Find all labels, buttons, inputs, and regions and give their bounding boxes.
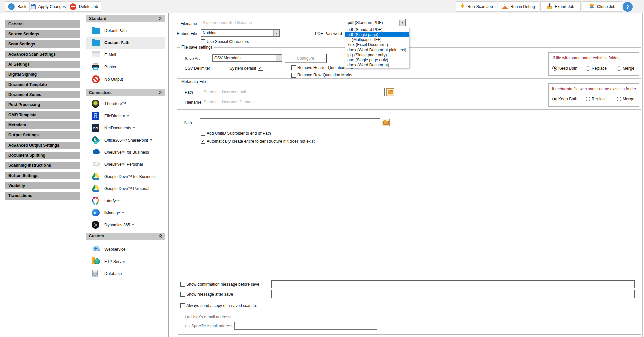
nav-visibility[interactable]: Visibility xyxy=(5,182,80,189)
remove-row-quotation-label[interactable]: Remove Row Quotation Marks xyxy=(297,73,352,78)
delimiter-value-box[interactable]: , xyxy=(266,64,278,72)
metadata-filename-input[interactable] xyxy=(202,98,393,106)
use-special-characters-checkbox[interactable] xyxy=(201,39,205,44)
nav-advanced-scan-settings[interactable]: Advanced Scan Settings xyxy=(5,51,80,58)
nav-scanning-instructions[interactable]: Scanning Instructions xyxy=(5,162,80,169)
nav-document-splitting[interactable]: Document Splitting xyxy=(5,152,80,159)
nav-digital-signing[interactable]: Digital Signing xyxy=(5,71,80,78)
nav-omr-template[interactable]: OMR Template xyxy=(5,111,80,119)
always-send-copy-label[interactable]: Always send a copy of a saved scan to: xyxy=(186,303,257,308)
add-unitid-label[interactable]: Add UnitID Subfolder to end of Path xyxy=(207,131,271,136)
nav-general[interactable]: General xyxy=(5,20,80,28)
file-exists-keep-both-radio[interactable] xyxy=(552,66,557,71)
nav-scan-settings[interactable]: Scan Settings xyxy=(5,40,80,48)
users-email-radio[interactable] xyxy=(185,315,190,319)
output-item-email[interactable]: E-Mail xyxy=(86,49,165,61)
help-button[interactable]: ? xyxy=(623,2,633,12)
nav-metadata[interactable]: Metadata xyxy=(5,121,80,129)
file-format-combo[interactable]: .pdf (Standard PDF) ▾ xyxy=(345,19,406,26)
nav-ai-settings[interactable]: AI Settings xyxy=(5,61,80,68)
output-item-database[interactable]: Database xyxy=(86,268,165,279)
metadata-path-input[interactable] xyxy=(202,88,385,96)
filename-input[interactable] xyxy=(201,19,343,26)
specific-email-input[interactable] xyxy=(234,322,377,330)
format-option[interactable]: .jpg (Single page only) xyxy=(345,53,409,58)
nav-document-template[interactable]: Document Template xyxy=(5,81,80,88)
nav-translations[interactable]: Translations xyxy=(5,192,80,200)
run-in-debug-button[interactable]: Run in Debug xyxy=(498,1,539,12)
delete-job-button[interactable]: Delete Job xyxy=(67,1,101,12)
output-item-imanage[interactable]: m iManage™ xyxy=(86,207,165,219)
after-save-message-input[interactable] xyxy=(271,290,635,298)
nav-document-zones[interactable]: Document Zones xyxy=(5,91,80,98)
nav-source-settings[interactable]: Source Settings xyxy=(5,30,80,38)
remove-row-quotation-checkbox[interactable] xyxy=(291,73,296,78)
export-job-button[interactable]: Export Job xyxy=(540,1,581,12)
system-default-label[interactable]: System default xyxy=(229,66,256,71)
file-exists-replace-label[interactable]: Replace xyxy=(592,66,607,71)
metadata-exists-merge-label[interactable]: Merge xyxy=(623,97,634,101)
format-option[interactable]: .pdf (Standard PDF) xyxy=(345,27,409,32)
output-item-ftp-server[interactable]: FTP Server xyxy=(86,256,165,267)
save-as-combo[interactable]: CSV Metadata ▾ xyxy=(212,54,282,62)
nav-button-settings[interactable]: Button Settings xyxy=(5,172,80,179)
auto-create-folders-checkbox[interactable] xyxy=(201,139,205,144)
path-browse-button[interactable] xyxy=(382,119,390,126)
file-exists-keep-both-label[interactable]: Keep Both xyxy=(558,66,577,71)
output-item-dynamics365[interactable]: Dynamics 365™ xyxy=(86,219,165,231)
file-exists-merge-label[interactable]: Merge xyxy=(623,66,634,71)
apply-changes-button[interactable]: Apply Changes xyxy=(31,1,65,12)
system-default-checkbox[interactable] xyxy=(258,66,263,71)
output-item-netdocuments[interactable]: nd NetDocuments™ xyxy=(86,122,165,134)
configure-button[interactable]: Configure xyxy=(285,54,327,63)
output-item-office365-sharepoint[interactable]: S Office365™/ SharePoint™ xyxy=(86,134,165,146)
remove-header-quotation-checkbox[interactable] xyxy=(291,65,296,70)
format-option[interactable]: .xlsx (Excel Document) xyxy=(345,42,409,48)
always-send-copy-checkbox[interactable] xyxy=(180,303,185,308)
output-item-google-drive-business[interactable]: Google Drive™ for Business xyxy=(86,171,165,182)
show-confirmation-checkbox[interactable] xyxy=(180,282,185,287)
specific-email-label[interactable]: Specific e-mail address xyxy=(191,324,233,328)
format-option[interactable]: .tif (Multipage TIFF) xyxy=(345,37,409,42)
chevron-down-icon[interactable]: ▾ xyxy=(276,55,282,61)
output-item-custom-path[interactable]: Custom Path xyxy=(86,37,165,49)
run-scan-job-button[interactable]: Run Scan Job xyxy=(456,1,497,12)
nav-post-processing[interactable]: Post Processing xyxy=(5,101,80,109)
format-option-highlighted[interactable]: .pdf (Single page) xyxy=(345,32,409,37)
output-item-therefore[interactable]: Therefore™ xyxy=(86,98,165,110)
clone-job-button[interactable]: Clone Job xyxy=(582,1,622,12)
use-special-characters-label[interactable]: Use Special Characters xyxy=(207,39,249,44)
metadata-path-browse-button[interactable] xyxy=(386,88,394,96)
show-message-after-checkbox[interactable] xyxy=(180,292,185,297)
output-item-google-drive-personal[interactable]: Google Drive™ Personal xyxy=(86,183,165,194)
show-confirmation-label[interactable]: Show confirmation message before save xyxy=(186,282,259,287)
metadata-exists-keep-both-radio[interactable] xyxy=(552,97,557,101)
chevron-down-icon[interactable]: ▾ xyxy=(273,30,279,36)
confirmation-message-input[interactable] xyxy=(271,280,635,288)
chevron-down-icon[interactable]: ▾ xyxy=(399,20,405,26)
output-item-webservice[interactable]: Webservice xyxy=(86,244,165,255)
metadata-exists-replace-label[interactable]: Replace xyxy=(592,97,607,101)
metadata-exists-replace-radio[interactable] xyxy=(586,97,590,101)
show-message-after-label[interactable]: Show message after save xyxy=(186,292,233,297)
section-header-custom[interactable]: Custom xyxy=(86,233,165,240)
output-item-onedrive-business[interactable]: OneDrive™ for Business xyxy=(86,147,165,158)
file-exists-merge-radio[interactable] xyxy=(617,66,621,71)
specific-email-radio[interactable] xyxy=(185,324,190,328)
format-option[interactable]: .docx (Word Document) xyxy=(345,63,409,68)
back-button[interactable]: ← Back xyxy=(5,1,30,12)
file-exists-replace-radio[interactable] xyxy=(586,66,590,71)
output-item-onedrive-personal[interactable]: OneDrive™ Personal xyxy=(86,159,165,170)
output-item-printer[interactable]: Printer xyxy=(86,61,165,73)
section-header-connectors[interactable]: Connectors xyxy=(86,89,165,96)
metadata-exists-merge-radio[interactable] xyxy=(617,97,621,101)
format-option[interactable]: .png (Single page only) xyxy=(345,58,409,63)
output-item-interfy[interactable]: Interfy™ xyxy=(86,195,165,207)
auto-create-folders-label[interactable]: Automatically create entire folder struc… xyxy=(207,139,315,144)
format-option[interactable]: .docx (Word Document plain text) xyxy=(345,48,409,53)
nav-output-settings[interactable]: Output Settings xyxy=(5,131,80,139)
embed-file-combo[interactable]: Nothing ▾ xyxy=(201,29,280,37)
output-item-filedirector[interactable]: FileDirector™ xyxy=(86,110,165,122)
add-unitid-checkbox[interactable] xyxy=(201,131,205,136)
path-input[interactable] xyxy=(200,118,380,126)
